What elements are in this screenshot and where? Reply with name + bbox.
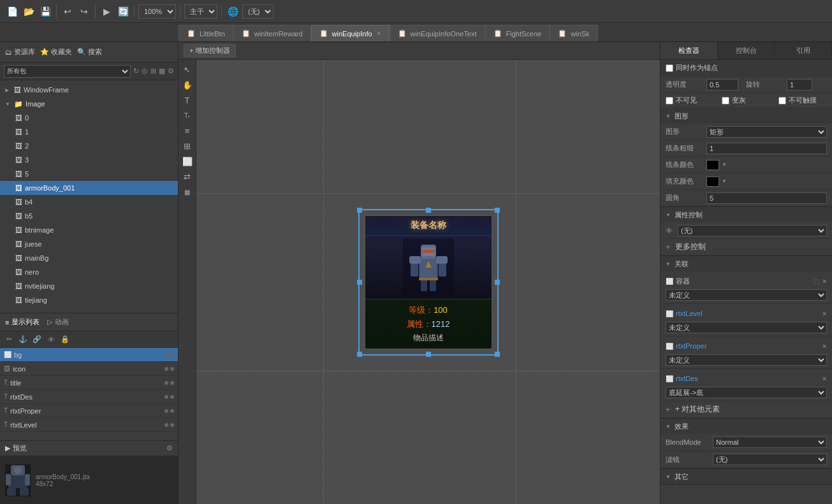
tab-winitemreward[interactable]: 📋 winItemReward: [233, 25, 311, 41]
select-tool[interactable]: ↖: [180, 62, 194, 76]
container-select[interactable]: 未定义: [666, 289, 827, 301]
relation-section-header[interactable]: ▼ 关联: [660, 256, 832, 271]
display-row-rtxtdes[interactable]: T rtxtDes: [0, 390, 178, 404]
invisible-checkbox[interactable]: [666, 97, 673, 104]
grid-icon[interactable]: ▦: [159, 67, 165, 75]
handle-bl[interactable]: [357, 352, 362, 357]
rtxtlevel-close[interactable]: ✕: [822, 310, 827, 317]
container-close-icon[interactable]: ✕: [822, 278, 827, 285]
toolbar-icon-undo[interactable]: ↩: [61, 4, 75, 18]
favorites-btn[interactable]: ⭐ 收藏夹: [40, 47, 72, 57]
fill-color-arrow[interactable]: ▼: [722, 178, 727, 184]
tab-winsk[interactable]: 📋 winSk: [550, 25, 597, 41]
toolbar-icon-redo[interactable]: ↪: [77, 4, 91, 18]
console-tab[interactable]: 控制台: [718, 42, 775, 59]
table-tool[interactable]: ⊞: [180, 139, 194, 153]
tree-item-mainbg[interactable]: 🖼 mainBg: [0, 251, 178, 265]
anchor-checkbox[interactable]: [666, 64, 673, 72]
effect-section-header[interactable]: ▼ 效果: [660, 419, 832, 434]
locate-icon[interactable]: ◎: [142, 67, 148, 75]
grayscale-checkbox[interactable]: [722, 97, 729, 104]
hand-tool[interactable]: ✋: [180, 78, 194, 92]
filter-select[interactable]: (无): [713, 454, 827, 465]
tree-item-windowframe[interactable]: ▶ 🖼 WindowFrame: [0, 83, 178, 97]
assets-btn[interactable]: 🗂 资源库: [5, 47, 35, 57]
line-color-arrow[interactable]: ▼: [722, 162, 727, 168]
shape-section-header[interactable]: ▼ 图形: [660, 108, 832, 124]
canvas-area[interactable]: ↖ ✋ T Tᵣ ≡ ⊞ ⬜ ⇄ ▦: [179, 60, 660, 504]
tree-item-3[interactable]: 🖼 3: [0, 153, 178, 167]
disp-icon-pen[interactable]: ✏: [3, 333, 15, 346]
toolbar-icon-save[interactable]: 💾: [38, 4, 52, 18]
tab-littlebtn[interactable]: 📋 LittleBtn: [179, 25, 233, 41]
rotation-input[interactable]: [787, 79, 812, 90]
disp-icon-link[interactable]: 🔗: [31, 333, 43, 346]
other-elements-row[interactable]: + + 对其他元素: [660, 401, 832, 418]
handle-br[interactable]: [495, 352, 500, 357]
tab-winequipinfoonetext[interactable]: 📋 winEquipInfoOneText: [390, 25, 485, 41]
line-color-swatch[interactable]: [706, 160, 719, 170]
transform-tool[interactable]: ⇄: [180, 169, 194, 184]
tree-item-1[interactable]: 🖼 1: [0, 125, 178, 139]
refresh-icon[interactable]: ↻: [133, 67, 139, 75]
tree-item-2[interactable]: 🖼 2: [0, 139, 178, 153]
tree-item-5[interactable]: 🖼 5: [0, 167, 178, 181]
container-expand-icon[interactable]: ⬚: [814, 278, 819, 285]
tree-item-nvtiejiang[interactable]: 🖼 nvtiejiang: [0, 279, 178, 293]
handle-tr[interactable]: [495, 208, 500, 213]
layout-dropdown[interactable]: 主干: [184, 4, 217, 18]
tab-fightscene[interactable]: 📋 FightScene: [485, 25, 550, 41]
more-control-row[interactable]: + 更多控制: [660, 239, 832, 256]
search-btn[interactable]: 🔍 搜索: [77, 47, 102, 57]
rtxtproper-select[interactable]: 未定义: [666, 354, 827, 366]
handle-tm[interactable]: [426, 208, 431, 213]
disp-icon-anchor[interactable]: ⚓: [17, 333, 29, 346]
fill-color-swatch[interactable]: [706, 176, 719, 187]
toolbar-icon-play[interactable]: ▶: [99, 4, 113, 18]
display-row-rtxtlevel[interactable]: T rtxtLevel: [0, 418, 178, 432]
toolbar-icon-globe[interactable]: 🌐: [226, 4, 240, 18]
tree-item-b5[interactable]: 🖼 b5: [0, 209, 178, 223]
tree-item-image[interactable]: ▼ 📁 Image: [0, 97, 178, 111]
tree-item-b4[interactable]: 🖼 b4: [0, 195, 178, 209]
filter-select[interactable]: 所有包: [4, 65, 131, 78]
rtxtdes-close[interactable]: ✕: [822, 375, 827, 382]
shape-tool[interactable]: ⬜: [180, 154, 194, 168]
handle-bm[interactable]: [426, 352, 431, 357]
line-width-input[interactable]: [706, 143, 827, 154]
tree-item-nero[interactable]: 🖼 nero: [0, 265, 178, 279]
opacity-input[interactable]: [706, 79, 738, 90]
settings-icon[interactable]: ⚙: [168, 67, 174, 75]
text-rich-tool[interactable]: Tᵣ: [180, 108, 194, 122]
other-section-header[interactable]: ▼ 其它: [660, 469, 832, 484]
inspector-tab[interactable]: 检查器: [660, 42, 718, 59]
tree-item-tiejiang[interactable]: 🖼 tiejiang: [0, 293, 178, 307]
list-tool[interactable]: ≡: [180, 124, 194, 138]
tree-item-0[interactable]: 🖼 0: [0, 111, 178, 125]
handle-mr[interactable]: [495, 280, 500, 285]
handle-tl[interactable]: [357, 208, 362, 213]
view-icon[interactable]: ⊞: [150, 67, 156, 75]
attr-control-header[interactable]: ▼ 属性控制: [660, 207, 832, 222]
corner-input[interactable]: [706, 192, 827, 204]
tree-item-btnimage[interactable]: 🖼 btnimage: [0, 223, 178, 237]
grid-tool[interactable]: ▦: [180, 185, 194, 199]
lang-dropdown[interactable]: (无): [242, 4, 274, 18]
tab-winequipinfo-close[interactable]: ✕: [376, 30, 381, 37]
blend-mode-select[interactable]: Normal: [713, 436, 827, 448]
disp-icon-lock[interactable]: 🔒: [59, 333, 71, 346]
preview-settings-icon[interactable]: ⚙: [166, 444, 173, 452]
tree-item-juese[interactable]: 🖼 juese: [0, 237, 178, 251]
rtxtdes-select[interactable]: 底延展->底: [666, 387, 827, 398]
handle-ml[interactable]: [357, 280, 362, 285]
reference-tab[interactable]: 引用: [775, 42, 832, 59]
animation-tab[interactable]: ▷ 动画: [47, 317, 69, 327]
display-row-icon[interactable]: 🖼 icon: [0, 362, 178, 376]
toolbar-icon-refresh[interactable]: 🔄: [116, 4, 130, 18]
rtxtlevel-select[interactable]: 未定义: [666, 322, 827, 333]
display-list-tab[interactable]: ≡ 显示列表: [5, 317, 40, 327]
disp-icon-eye[interactable]: 👁: [45, 333, 57, 346]
toolbar-icon-open[interactable]: 📂: [22, 4, 36, 18]
add-control-button[interactable]: + 增加控制器: [184, 44, 236, 57]
display-row-bg[interactable]: ⬜ bg: [0, 348, 178, 362]
